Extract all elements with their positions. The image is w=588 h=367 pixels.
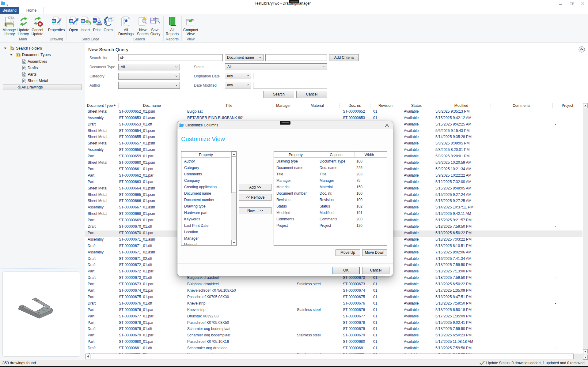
svg-text:SE: SE (93, 19, 97, 22)
svg-text:SE: SE (81, 20, 85, 22)
svg-text:SE: SE (52, 20, 55, 22)
svg-text:SE: SE (70, 20, 73, 22)
